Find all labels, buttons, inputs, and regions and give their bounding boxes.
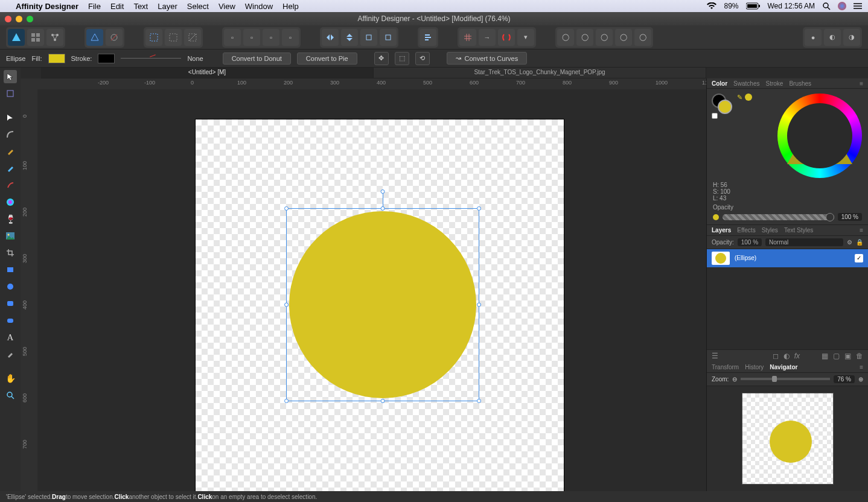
export-persona-icon[interactable] [46,29,63,46]
selection-rotation-handle[interactable] [381,189,385,194]
handle-mr[interactable] [477,303,481,307]
navigator-preview[interactable] [707,386,868,491]
menu-edit[interactable]: Edit [110,2,124,11]
shapes-tool-icon[interactable] [4,314,17,327]
pan-tool-icon[interactable]: ✋ [4,372,17,385]
adjustment-icon[interactable]: ◐ [783,352,790,360]
opacity-slider[interactable] [723,214,834,220]
designer-persona-icon[interactable] [8,29,25,46]
snapping-toggle-icon[interactable] [498,29,515,46]
layer-row-ellipse[interactable]: (Ellipse) ✓ [707,249,868,267]
ruler-horizontal[interactable]: -200 -100 0 100 200 300 400 500 600 700 … [37,78,706,89]
rotate-cw-icon[interactable] [380,29,397,46]
handle-tr[interactable] [477,206,481,211]
handle-bc[interactable] [381,399,385,403]
text-tool-icon[interactable]: A [4,331,17,344]
rotate-ccw-icon[interactable] [360,29,377,46]
doc-tab-startrek[interactable]: Star_Trek_TOS_Logo_Chunky_Magnet_POP.jpg [374,68,706,78]
zoom-in-icon[interactable]: ⊕ [858,376,863,383]
crop-tool-icon[interactable] [4,246,17,259]
none-color-icon[interactable] [712,113,718,119]
node-tool-icon[interactable] [4,111,17,124]
menu-help[interactable]: Help [282,2,299,11]
handle-bl[interactable] [284,399,289,403]
pen-tool-icon[interactable] [4,145,17,158]
handle-br[interactable] [477,399,481,403]
layers-menu-icon[interactable]: ≡ [860,227,863,234]
zoom-slider[interactable] [741,378,830,380]
zoom-window-icon[interactable] [27,16,33,22]
effects-tab[interactable]: Effects [737,227,755,234]
flip-v-icon[interactable] [341,29,358,46]
text-styles-tab[interactable]: Text Styles [784,227,813,234]
group-icon[interactable]: ▣ [844,352,851,360]
menu-layer[interactable]: Layer [158,2,177,11]
eyedropper-panel-icon[interactable]: ✎ [737,94,742,101]
fill-swatch[interactable] [48,54,65,63]
hide-selection-icon[interactable]: ⬚ [395,52,409,65]
menu-select[interactable]: Select [187,2,209,11]
place-image-tool-icon[interactable] [4,229,17,243]
nav-menu-icon[interactable]: ≡ [860,364,863,370]
add-layer-icon[interactable]: ▢ [833,352,840,360]
stroke-width-slider[interactable] [121,54,181,63]
arrange-back-icon[interactable]: ▫ [224,29,241,46]
transform-origin-icon[interactable]: ✥ [374,52,389,65]
handle-tc[interactable] [381,206,385,211]
persona-switcher[interactable] [6,27,65,48]
zoom-tool-icon[interactable] [4,389,17,402]
notification-center-icon[interactable] [854,2,862,10]
siri-icon[interactable] [838,2,846,10]
convert-curves-button[interactable]: ↝ Convert to Curves [447,52,528,65]
stroke-tab[interactable]: Stroke [765,80,783,87]
spotlight-icon[interactable] [822,2,831,10]
doc-tab-untitled[interactable]: <Untitled> [M] [41,68,374,78]
battery-icon[interactable] [746,2,761,10]
minimize-window-icon[interactable] [16,16,22,22]
boolean-subtract-icon[interactable]: ◯ [576,29,593,46]
pencil-tool-icon[interactable] [4,162,17,175]
menu-app[interactable]: Affinity Designer [16,2,78,11]
layers-list-empty[interactable] [707,267,868,349]
color-tab[interactable]: Color [712,80,727,87]
fill-color-swatch[interactable] [718,100,732,114]
view-mode-pixel-icon[interactable] [106,29,123,46]
selection-bounding-box[interactable] [286,208,479,401]
transform-tab[interactable]: Transform [712,364,739,370]
artboard-tool-icon[interactable] [4,87,17,100]
arrange-front-icon[interactable]: ▫ [282,29,299,46]
wifi-icon[interactable] [707,2,716,10]
flip-h-icon[interactable] [322,29,339,46]
select-invert-icon[interactable] [184,29,201,46]
menu-window[interactable]: Window [245,2,273,11]
brushes-tab[interactable]: Brushes [789,80,811,87]
history-tab[interactable]: History [745,364,764,370]
pixel-persona-icon[interactable] [27,29,44,46]
align-icon[interactable] [420,29,436,46]
insert-inside-icon[interactable]: ◑ [843,29,860,46]
arrange-forward-icon[interactable]: ▫ [263,29,279,46]
view-mode-vector-icon[interactable] [86,29,103,46]
move-tool-icon[interactable] [4,70,17,83]
stroke-swatch[interactable] [98,54,115,63]
navigator-tab[interactable]: Navigator [770,364,797,370]
zoom-value[interactable]: 76 % [834,375,855,383]
insert-target-icon[interactable]: ● [805,29,822,46]
layers-tab[interactable]: Layers [712,227,731,234]
select-all-icon[interactable] [145,29,162,46]
panel-menu-icon[interactable]: ≡ [860,80,863,87]
brush-tool-icon[interactable] [4,179,17,192]
traffic-lights[interactable] [5,16,33,22]
fill-tool-icon[interactable] [4,195,17,209]
delete-layer-icon[interactable]: 🗑 [856,352,863,360]
rounded-rect-tool-icon[interactable] [4,297,17,310]
close-window-icon[interactable] [5,16,11,22]
menu-view[interactable]: View [219,2,235,11]
color-wheel[interactable] [777,94,862,178]
eyedropper-tool-icon[interactable] [4,348,17,361]
color-triangle[interactable] [787,107,852,164]
boolean-divide-icon[interactable]: ◯ [634,29,651,46]
menubar-clock[interactable]: Wed 12:56 AM [768,2,815,10]
rectangle-tool-icon[interactable] [4,263,17,276]
swatches-tab[interactable]: Swatches [733,80,759,87]
